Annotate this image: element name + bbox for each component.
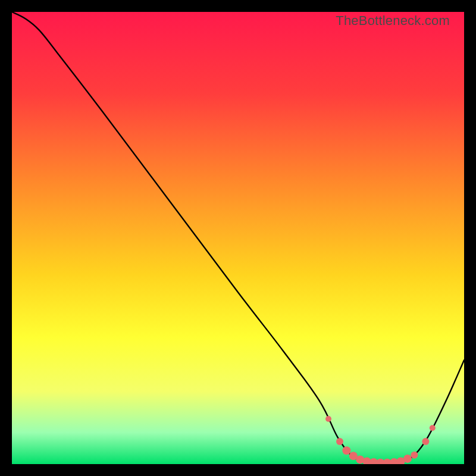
data-marker <box>411 452 418 459</box>
data-marker <box>422 438 429 445</box>
data-marker <box>325 416 331 422</box>
data-marker <box>403 455 412 463</box>
data-marker <box>430 425 436 431</box>
watermark-text: TheBottleneck.com <box>336 13 450 29</box>
data-marker <box>336 438 343 445</box>
bottleneck-chart <box>12 12 464 464</box>
chart-frame: TheBottleneck.com <box>12 12 464 464</box>
data-marker <box>342 446 350 455</box>
gradient-background <box>12 12 464 464</box>
